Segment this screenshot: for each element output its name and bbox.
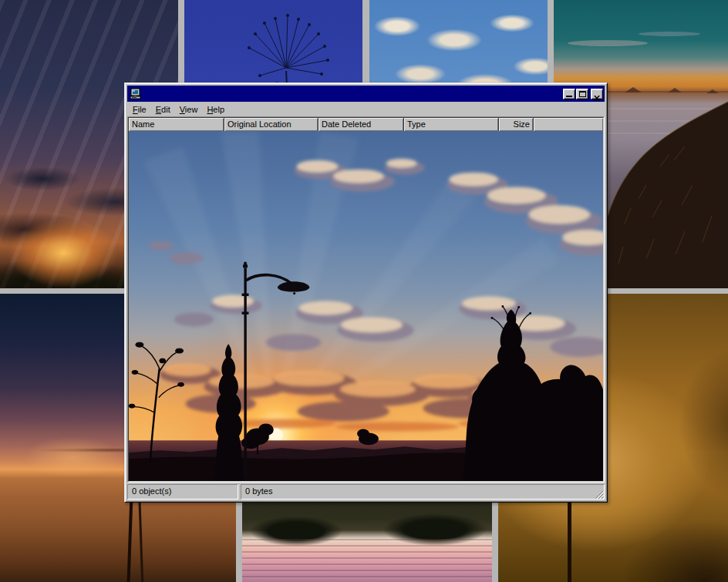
recycle-bin-window: File Edit View Help Name Original Locati… bbox=[124, 82, 608, 503]
menu-view[interactable]: View bbox=[175, 103, 203, 116]
column-header-name[interactable]: Name bbox=[129, 118, 224, 131]
column-header-type[interactable]: Type bbox=[404, 118, 499, 131]
close-button[interactable] bbox=[591, 89, 603, 99]
window-controls bbox=[563, 89, 603, 99]
menu-help[interactable]: Help bbox=[202, 103, 229, 116]
minimize-button[interactable] bbox=[563, 89, 575, 99]
menu-bar: File Edit View Help bbox=[127, 102, 605, 116]
column-headers: Name Original Location Date Deleted Type… bbox=[129, 118, 603, 131]
water-ripples bbox=[242, 539, 492, 582]
maximize-icon bbox=[579, 91, 586, 97]
menu-file[interactable]: File bbox=[128, 103, 151, 116]
titlebar[interactable] bbox=[127, 86, 605, 102]
minimize-icon bbox=[566, 96, 572, 97]
resize-grip-icon[interactable] bbox=[594, 489, 604, 499]
column-header-filler bbox=[534, 118, 603, 131]
column-header-size[interactable]: Size bbox=[499, 118, 534, 131]
column-header-original-location[interactable]: Original Location bbox=[224, 118, 318, 131]
column-header-date-deleted[interactable]: Date Deleted bbox=[318, 118, 404, 131]
sunset-streetlamp-photo bbox=[129, 131, 603, 481]
status-byte-count: 0 bytes bbox=[241, 484, 605, 500]
water-pole bbox=[568, 490, 571, 582]
computer-icon bbox=[130, 88, 142, 100]
status-object-count: 0 object(s) bbox=[127, 484, 238, 500]
folder-view[interactable]: Name Original Location Date Deleted Type… bbox=[128, 117, 604, 482]
folder-view-frame: Name Original Location Date Deleted Type… bbox=[127, 116, 605, 483]
desktop: File Edit View Help Name Original Locati… bbox=[0, 0, 728, 582]
status-bar: 0 object(s) 0 bytes bbox=[127, 484, 605, 500]
maximize-button[interactable] bbox=[576, 89, 588, 99]
menu-edit[interactable]: Edit bbox=[151, 103, 175, 116]
close-icon bbox=[594, 92, 600, 103]
